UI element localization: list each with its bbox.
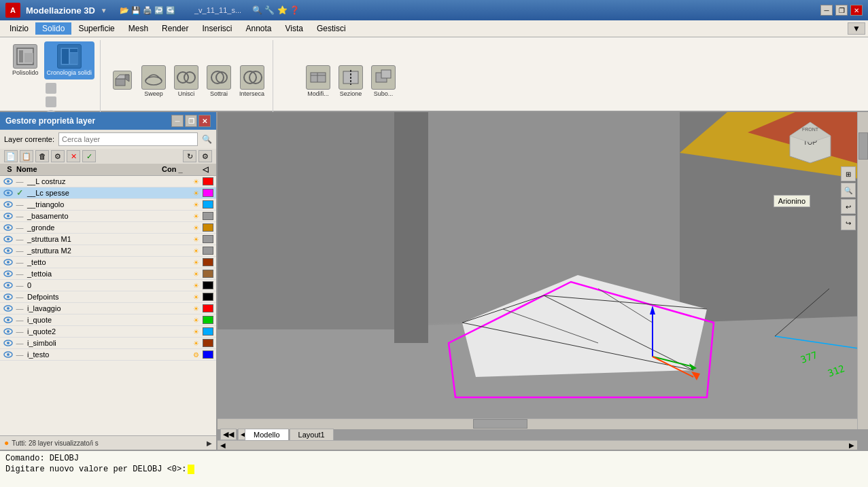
restore-button[interactable]: ❐ xyxy=(835,5,848,16)
layer-row[interactable]: — _tettoia ☀ xyxy=(0,268,216,280)
svg-line-68 xyxy=(462,323,693,370)
layer-active-icon: — xyxy=(14,223,26,232)
ribbon-btn-modifica[interactable]: Modifi... xyxy=(303,64,333,99)
nav-cube[interactable]: TOP FRONT xyxy=(786,119,834,166)
svg-line-76 xyxy=(653,357,693,377)
menu-vista[interactable]: Vista xyxy=(279,22,310,35)
ribbon-btn-polisolido[interactable]: Polisolido xyxy=(10,43,41,78)
layer-color-swatch[interactable] xyxy=(203,327,213,336)
menu-render[interactable]: Render xyxy=(155,22,195,35)
ribbon-small-btn2[interactable] xyxy=(44,96,60,108)
layer-color-swatch[interactable] xyxy=(203,200,213,209)
menu-solido[interactable]: Solido xyxy=(35,22,71,35)
vp-tool-1[interactable]: ⊞ xyxy=(841,166,856,181)
minimize-button[interactable]: ─ xyxy=(820,5,833,16)
layer-row[interactable]: — _struttura M1 ☀ xyxy=(0,234,216,245)
layer-delete-btn[interactable]: 🗑 xyxy=(35,150,49,162)
layer-color-swatch[interactable] xyxy=(203,293,213,301)
col-header-con: Con _ xyxy=(162,165,203,174)
viewport-scrollbar-h[interactable] xyxy=(218,418,857,429)
menu-superficie[interactable]: Superficie xyxy=(71,22,121,35)
layer-row[interactable]: — 0 ☀ xyxy=(0,280,216,291)
ribbon-btn-sezione[interactable]: Sezione xyxy=(336,64,366,99)
layer-row[interactable]: — Defpoints ☀ xyxy=(0,291,216,303)
tab-modello[interactable]: Modello xyxy=(245,429,289,440)
layer-row[interactable]: — i_testo ⚙ xyxy=(0,349,216,361)
ribbon-small-btn1[interactable] xyxy=(44,82,60,94)
layer-row[interactable]: — __triangolo ☀ xyxy=(0,199,216,211)
layer-color-swatch[interactable] xyxy=(203,235,213,243)
layer-search-icon[interactable]: 🔍 xyxy=(202,134,212,144)
vp-tool-2[interactable]: 🔍 xyxy=(841,183,856,198)
layer-visibility-icon xyxy=(3,315,14,325)
layer-color-swatch[interactable] xyxy=(203,177,213,185)
layer-delete2-btn[interactable]: ✕ xyxy=(67,150,80,162)
ribbon-btn-sottrai[interactable]: Sottrai xyxy=(204,64,234,99)
menu-mesh[interactable]: Mesh xyxy=(122,22,155,35)
svg-rect-23 xyxy=(381,70,391,78)
ribbon-btn-unisci[interactable]: Unisci xyxy=(171,64,201,99)
ribbon-btn-interseca[interactable]: Interseca xyxy=(237,64,267,99)
ribbon-btn-cronologia[interactable]: Cronologia solidi xyxy=(44,41,95,79)
layer-panel-restore[interactable]: ❐ xyxy=(185,115,197,127)
layer-panel-close[interactable]: ✕ xyxy=(198,115,211,127)
layer-row[interactable]: ✓ __Lc spesse ☀ xyxy=(0,187,216,199)
svg-line-80 xyxy=(775,336,868,350)
close-button[interactable]: ✕ xyxy=(850,5,863,16)
ribbon-btn-subo[interactable]: Subo... xyxy=(368,64,398,99)
layer-check-btn[interactable]: ✓ xyxy=(82,150,96,162)
layer-collapse-btn[interactable]: ▶ xyxy=(207,439,212,447)
ribbon-btn-sweep[interactable]: Sweep xyxy=(139,64,169,99)
tab-layout1[interactable]: Layout1 xyxy=(290,429,334,440)
modifica-label: Modifi... xyxy=(307,91,329,98)
layer-color-swatch[interactable] xyxy=(203,350,213,359)
title-dropdown-btn[interactable]: ▼ xyxy=(101,7,107,14)
menu-gestisci[interactable]: Gestisci xyxy=(310,22,353,35)
layer-new-btn[interactable]: 📄 xyxy=(4,150,18,162)
layer-color-swatch[interactable] xyxy=(203,189,213,197)
layer-color-swatch[interactable] xyxy=(203,270,213,278)
svg-line-81 xyxy=(775,289,829,336)
layer-row[interactable]: — _tetto ☀ xyxy=(0,257,216,268)
menu-annota[interactable]: Annota xyxy=(239,22,278,35)
layer-visibility-icon xyxy=(3,269,14,278)
menu-inizio[interactable]: Inizio xyxy=(3,22,35,35)
layer-search-input[interactable] xyxy=(58,132,198,146)
layer-row[interactable]: — i_quote2 ☀ xyxy=(0,326,216,338)
layer-color-swatch[interactable] xyxy=(203,281,213,289)
vp-tool-3[interactable]: ↩ xyxy=(841,199,856,214)
command-cursor[interactable] xyxy=(188,465,194,474)
layer-active-icon: — xyxy=(14,293,26,301)
layer-name-text: __triangolo xyxy=(26,200,189,209)
svg-rect-7 xyxy=(116,79,125,86)
menu-extra[interactable]: ▼ xyxy=(848,22,865,35)
command-area: Comando: DELOBJ Digitare nuovo valore pe… xyxy=(0,450,868,487)
layer-visibility-icon xyxy=(3,304,14,313)
layer-color-swatch[interactable] xyxy=(203,247,213,255)
layer-row[interactable]: — i_quote ☀ xyxy=(0,314,216,326)
layer-panel-minimize[interactable]: ─ xyxy=(171,115,184,127)
layer-visibility-icon xyxy=(3,281,14,290)
layer-row[interactable]: — _basamento ☀ xyxy=(0,211,216,222)
layer-color-swatch[interactable] xyxy=(203,223,213,232)
layer-row[interactable]: — __L costruz ☀ xyxy=(0,176,216,187)
layer-color-swatch[interactable] xyxy=(203,212,213,220)
layer-copy-btn[interactable]: 📋 xyxy=(20,150,33,162)
layer-row[interactable]: — i_lavaggio ☀ xyxy=(0,303,216,314)
layer-row[interactable]: — _gronde ☀ xyxy=(0,222,216,234)
layer-settings-btn[interactable]: ⚙ xyxy=(51,150,65,162)
layer-color-swatch[interactable] xyxy=(203,316,213,324)
layer-active-icon: — xyxy=(14,200,26,209)
ribbon-btn-extrude[interactable] xyxy=(109,69,136,92)
layer-color-swatch[interactable] xyxy=(203,258,213,266)
layer-extra-btn[interactable]: ⚙ xyxy=(198,150,212,162)
vp-tool-4[interactable]: ↪ xyxy=(841,215,856,230)
layer-row[interactable]: — i_simboli ☀ xyxy=(0,338,216,349)
layer-color-swatch[interactable] xyxy=(203,304,213,312)
layer-name-text: i_quote xyxy=(26,316,189,324)
viewport-scrollbar-v[interactable] xyxy=(857,112,868,429)
menu-inserisci[interactable]: Inserisci xyxy=(195,22,239,35)
layer-refresh-btn[interactable]: ↻ xyxy=(183,150,196,162)
layer-color-swatch[interactable] xyxy=(203,339,213,347)
layer-row[interactable]: — _struttura M2 ☀ xyxy=(0,245,216,257)
